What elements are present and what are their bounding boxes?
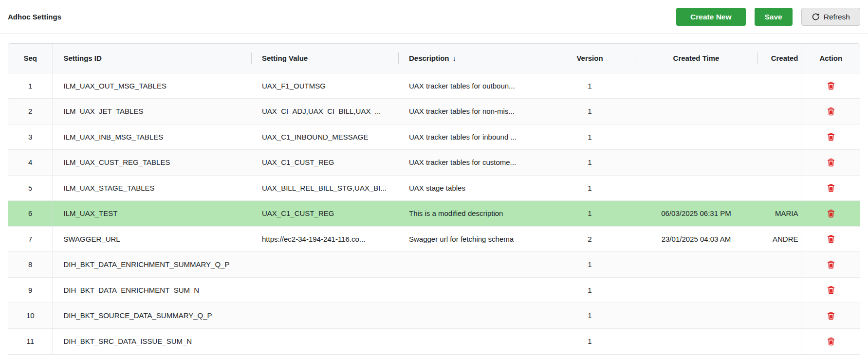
cell-created: ANDRE	[757, 226, 801, 252]
table-row[interactable]: 5ILM_UAX_STAGE_TABLESUAX_BILL_REL_BILL_S…	[8, 175, 860, 201]
cell-created-time: 23/01/2025 04:03 AM	[635, 226, 757, 252]
cell-setting-value	[251, 303, 398, 329]
table-row[interactable]: 10DIH_BKT_SOURCE_DATA_SUMMARY_Q_P1	[8, 303, 860, 329]
table-row[interactable]: 2ILM_UAX_JET_TABLESUAX_CI_ADJ,UAX_CI_BIL…	[8, 99, 860, 125]
column-header-version[interactable]: Version	[545, 44, 635, 73]
cell-version: 1	[545, 99, 635, 125]
column-header-seq[interactable]: Seq	[8, 44, 53, 73]
delete-row-button[interactable]	[824, 283, 838, 297]
trash-icon	[826, 234, 836, 244]
delete-row-button[interactable]	[824, 130, 838, 143]
cell-settings-id: DIH_BKT_SOURCE_DATA_SUMMARY_Q_P	[53, 303, 251, 329]
cell-seq: 7	[8, 226, 53, 252]
cell-setting-value	[251, 277, 398, 303]
delete-row-button[interactable]	[824, 105, 838, 118]
cell-action	[801, 150, 860, 176]
cell-description: UAX tracker tables for inbound ...	[398, 124, 545, 150]
delete-row-button[interactable]	[824, 156, 838, 169]
cell-action	[801, 124, 860, 150]
table-row[interactable]: 8DIH_BKT_DATA_ENRICHMENT_SUMMARY_Q_P1	[8, 252, 860, 278]
cell-description: UAX tracker tables for outboun...	[398, 73, 545, 99]
cell-created	[757, 124, 801, 150]
trash-icon	[826, 209, 836, 218]
cell-description	[398, 303, 545, 329]
cell-action	[801, 99, 860, 125]
trash-icon	[826, 107, 836, 116]
column-header-description[interactable]: Description↓	[398, 44, 545, 73]
cell-setting-value: UAX_C1_CUST_REG	[251, 150, 398, 176]
delete-row-button[interactable]	[824, 79, 838, 92]
column-header-created-time[interactable]: Created Time	[635, 44, 757, 73]
cell-created-time	[635, 150, 757, 176]
cell-action	[801, 201, 860, 227]
cell-created	[757, 175, 801, 201]
cell-version: 1	[545, 124, 635, 150]
create-new-button[interactable]: Create New	[676, 8, 745, 26]
table-row[interactable]: 1ILM_UAX_OUT_MSG_TABLESUAX_F1_OUTMSGUAX …	[8, 73, 860, 99]
cell-version: 1	[545, 328, 635, 354]
column-header-setting-value[interactable]: Setting Value	[251, 44, 398, 73]
delete-row-button[interactable]	[824, 181, 838, 195]
cell-created	[757, 303, 801, 329]
cell-description: Swagger url for fetching schema	[398, 226, 545, 252]
trash-icon	[826, 285, 836, 295]
trash-icon	[826, 183, 836, 193]
cell-created	[757, 150, 801, 176]
delete-row-button[interactable]	[824, 258, 838, 271]
column-header-settings-id[interactable]: Settings ID	[53, 44, 251, 73]
cell-settings-id: ILM_UAX_INB_MSG_TABLES	[53, 124, 251, 150]
column-header-created[interactable]: Created	[757, 44, 801, 73]
cell-seq: 1	[8, 73, 53, 99]
table-row[interactable]: 7SWAGGER_URLhttps://ec2-34-194-241-116.c…	[8, 226, 860, 252]
cell-created-time	[635, 175, 757, 201]
table-row[interactable]: 11DIH_BKT_SRC_DATA_ISSUE_SUM_N1	[8, 328, 860, 354]
cell-description: This is a modified description	[398, 201, 545, 227]
cell-settings-id: ILM_UAX_STAGE_TABLES	[53, 175, 251, 201]
cell-setting-value: UAX_BILL_REL_BILL_STG,UAX_BI...	[251, 175, 398, 201]
trash-icon	[826, 158, 836, 167]
cell-version: 1	[545, 150, 635, 176]
cell-seq: 6	[8, 201, 53, 227]
refresh-button[interactable]: Refresh	[801, 8, 860, 26]
cell-created-time	[635, 277, 757, 303]
settings-table: Seq Settings ID Setting Value Descriptio…	[8, 43, 860, 355]
trash-icon	[826, 81, 836, 90]
cell-setting-value	[251, 328, 398, 354]
cell-created: MARIA	[757, 201, 801, 227]
delete-row-button[interactable]	[824, 232, 838, 246]
cell-seq: 3	[8, 124, 53, 150]
page-title: Adhoc Settings	[8, 13, 61, 21]
delete-row-button[interactable]	[824, 335, 838, 348]
cell-settings-id: DIH_BKT_DATA_ENRICHMENT_SUMMARY_Q_P	[53, 252, 251, 278]
cell-version: 1	[545, 303, 635, 329]
cell-created	[757, 277, 801, 303]
cell-version: 1	[545, 252, 635, 278]
table-row[interactable]: 9DIH_BKT_DATA_ENRICHMENT_SUM_N1	[8, 277, 860, 303]
table-row[interactable]: 3ILM_UAX_INB_MSG_TABLESUAX_C1_INBOUND_ME…	[8, 124, 860, 150]
cell-action	[801, 175, 860, 201]
delete-row-button[interactable]	[824, 309, 838, 322]
sort-descending-icon: ↓	[453, 54, 457, 62]
column-header-action: Action	[801, 44, 860, 73]
cell-seq: 10	[8, 303, 53, 329]
table-row[interactable]: 4ILM_UAX_CUST_REG_TABLESUAX_C1_CUST_REGU…	[8, 150, 860, 176]
cell-action	[801, 303, 860, 329]
save-button[interactable]: Save	[755, 8, 793, 26]
table-row[interactable]: 6ILM_UAX_TESTUAX_C1_CUST_REGThis is a mo…	[8, 201, 860, 227]
cell-setting-value: https://ec2-34-194-241-116.co...	[251, 226, 398, 252]
cell-created-time	[635, 73, 757, 99]
cell-setting-value: UAX_C1_CUST_REG	[251, 201, 398, 227]
cell-created-time	[635, 328, 757, 354]
trash-icon	[826, 260, 836, 269]
cell-seq: 9	[8, 277, 53, 303]
table-header-row: Seq Settings ID Setting Value Descriptio…	[8, 44, 860, 73]
top-bar: Adhoc Settings Create New Save Refresh	[0, 0, 868, 34]
cell-created	[757, 99, 801, 125]
cell-version: 2	[545, 226, 635, 252]
cell-settings-id: DIH_BKT_SRC_DATA_ISSUE_SUM_N	[53, 328, 251, 354]
cell-settings-id: DIH_BKT_DATA_ENRICHMENT_SUM_N	[53, 277, 251, 303]
cell-description	[398, 277, 545, 303]
delete-row-button[interactable]	[824, 207, 838, 220]
cell-action	[801, 226, 860, 252]
cell-seq: 8	[8, 252, 53, 278]
